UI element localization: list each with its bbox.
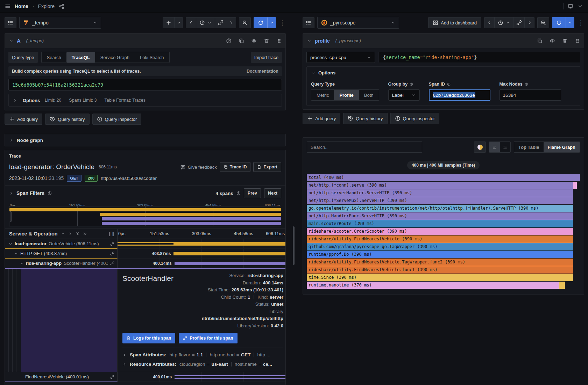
run-interval-chevron[interactable] (267, 17, 276, 28)
flame-bar[interactable]: total (400 ms) (307, 174, 580, 181)
flame-graph-row[interactable]: rideshare/utility.FindNearestVehicle (39… (307, 235, 580, 243)
run-interval-chevron[interactable] (566, 17, 574, 28)
flame-graph-row[interactable]: rideshare/utility.FindNearestVehicle.Tag… (307, 259, 580, 266)
breadcrumb-home[interactable]: Home (15, 3, 28, 9)
prev-span-button[interactable]: Prev (244, 188, 261, 198)
span-timeline-cell[interactable] (118, 239, 285, 249)
flame-bar[interactable]: time.Since (390 ms) (307, 274, 573, 281)
flame-bar[interactable]: main.scooterRoute (390 ms) (307, 220, 573, 227)
span-name-cell[interactable]: ride-sharing-appScooterHandler (400.1 (5, 259, 118, 268)
link-time-button[interactable] (513, 17, 524, 28)
query-inspector-button[interactable]: Query inspector (390, 113, 440, 124)
span-bar[interactable] (173, 252, 285, 255)
disable-query-eye-icon[interactable] (550, 38, 555, 44)
add-button[interactable] (163, 17, 174, 28)
time-shift-right-button[interactable] (226, 17, 236, 28)
trace-id-button[interactable]: Trace ID (220, 162, 251, 172)
collapse-chevron-icon[interactable] (307, 39, 311, 43)
double-chevron-down-icon[interactable] (76, 232, 80, 236)
logs-for-span-button[interactable]: Logs for this span (122, 333, 175, 343)
outline-toggle-button[interactable] (303, 17, 314, 28)
flame-graph-row[interactable]: net/http.HandlerFunc.ServeHTTP (390 ms) (307, 212, 580, 220)
pyro-query-type-profile[interactable]: Profile (334, 90, 359, 100)
trace-minimap[interactable]: 0μs151.53ms303.05ms454.58ms606.11ms (5, 201, 285, 228)
span-name-cell[interactable]: load-generatorOrderVehicle (606.11ms) (5, 239, 118, 249)
chevron-right-icon[interactable] (68, 232, 72, 236)
query-history-button[interactable]: Query history (45, 114, 89, 125)
flame-graph-row[interactable]: github.com/grafana/pyroscope-go.TagWrapp… (307, 243, 580, 250)
add-query-button[interactable]: Add query (5, 114, 42, 125)
pyroscope-datasource-picker[interactable]: _pyroscope (317, 17, 399, 29)
duplicate-query-icon[interactable] (537, 38, 543, 44)
flame-bar[interactable]: net/http.(*ServeMux).ServeHTTP (390 ms) (307, 197, 573, 204)
flame-graph-row[interactable]: runtime.nanotime (370 ms) (307, 282, 580, 289)
disable-query-eye-icon[interactable] (251, 38, 257, 44)
attributes-row[interactable]: Resource Attributes:cloud.region=us-east… (122, 359, 283, 369)
span-bar[interactable] (118, 242, 173, 246)
import-trace-button[interactable]: Import trace (251, 52, 282, 63)
flame-bar[interactable]: rideshare/utility.FindNearestVehicle.Tag… (307, 259, 573, 266)
run-query-button[interactable] (254, 17, 267, 28)
delete-query-trash-icon[interactable] (264, 38, 269, 44)
flame-bar[interactable]: runtime/pprof.Do (390 ms) (307, 251, 573, 258)
query-type-loki-search[interactable]: Loki Search (135, 52, 169, 63)
documentation-link[interactable]: Documentation (247, 69, 278, 74)
query-type-service-graph[interactable]: Service Graph (95, 52, 135, 63)
flame-bar[interactable]: rideshare/utility.FindNearestVehicle.fun… (307, 266, 573, 274)
options-collapse[interactable]: Options (311, 70, 576, 75)
collapse-chevron-icon[interactable] (9, 39, 13, 43)
zoom-out-button[interactable] (537, 17, 549, 28)
flame-bar[interactable]: go.opentelemetry.io/contrib/instrumentat… (307, 205, 573, 212)
export-button[interactable]: Export (253, 162, 281, 172)
span-bar[interactable] (175, 375, 285, 379)
scrollbar-thumb[interactable] (293, 226, 295, 265)
query-history-button[interactable]: Query history (343, 113, 387, 124)
span-filters-label[interactable]: Span Filters (16, 190, 44, 196)
delete-query-trash-icon[interactable] (562, 38, 568, 44)
drag-handle-grip-icon[interactable] (276, 38, 282, 44)
chevron-down-icon[interactable] (61, 232, 65, 236)
flame-graph-tab[interactable]: Flame Graph (544, 142, 580, 152)
span-bar[interactable] (175, 262, 285, 265)
query-inspector-button[interactable]: Query inspector (92, 114, 142, 125)
span-bar[interactable] (173, 242, 285, 246)
flame-bar[interactable]: rideshare/scooter.OrderScooter (390 ms) (307, 228, 573, 235)
query-row-header[interactable]: profile (_pyroscope) (303, 34, 584, 48)
time-shift-left-button[interactable] (186, 17, 196, 28)
kiosk-monitor-icon[interactable] (568, 3, 573, 9)
time-picker-button[interactable] (494, 17, 513, 28)
span-id-input[interactable]: 62b718eddb26363e (429, 89, 490, 101)
color-scheme-button[interactable] (474, 141, 486, 153)
hamburger-menu-button[interactable] (5, 3, 10, 9)
run-query-button[interactable] (552, 17, 566, 28)
flame-bar[interactable]: net/http.HandlerFunc.ServeHTTP (390 ms) (307, 212, 573, 220)
trace-span-row[interactable]: load-generatorOrderVehicle (606.11ms) (5, 239, 285, 249)
flame-graph-row[interactable]: rideshare/utility.FindNearestVehicle.fun… (307, 266, 580, 274)
minimap-canvas[interactable] (9, 206, 281, 226)
flame-trail-segment[interactable] (573, 182, 576, 189)
zoom-out-button[interactable] (239, 17, 251, 28)
align-right-button[interactable] (500, 142, 510, 152)
flame-bar[interactable]: runtime.nanotime (370 ms) (307, 282, 559, 289)
add-chevron-button[interactable] (174, 17, 183, 28)
drag-handle-grip-icon[interactable] (575, 38, 580, 44)
time-picker-button[interactable] (196, 17, 215, 28)
flame-graph-row[interactable]: go.opentelemetry.io/contrib/instrumentat… (307, 205, 580, 212)
span-link-icon[interactable] (110, 375, 114, 379)
profile-type-dropdown[interactable]: process_cpu-cpu (306, 52, 375, 63)
node-graph-panel[interactable]: Node graph (5, 134, 286, 146)
add-to-dashboard-button[interactable]: Add to dashboard (428, 17, 481, 28)
flame-graph-row[interactable]: net/http.(*conn).serve (390 ms) (307, 182, 580, 189)
flame-graph-row[interactable]: main.scooterRoute (390 ms) (307, 220, 580, 227)
duplicate-query-icon[interactable] (239, 38, 244, 44)
span-link-icon[interactable] (110, 252, 114, 256)
give-feedback-button[interactable]: Give feedback (180, 164, 217, 170)
span-timeline-cell[interactable]: 400.14ms (118, 259, 285, 268)
span-name-cell[interactable]: HTTP GET (403.87ms) (5, 249, 118, 259)
query-options-collapse[interactable]: Options Limit: 20Spans Limit: 3Table For… (8, 94, 282, 107)
query-type-search[interactable]: Search (42, 52, 66, 63)
label-selector-input[interactable]: {service_name="ride-sharing-app"} (378, 52, 580, 63)
time-shift-left-button[interactable] (484, 17, 494, 28)
span-timeline-cell[interactable]: 403.87ms (118, 249, 285, 259)
tempo-datasource-picker[interactable]: _tempo (19, 17, 101, 29)
